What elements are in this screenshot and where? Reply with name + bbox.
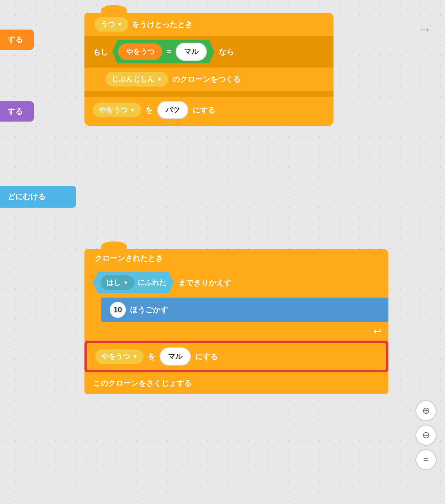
delete-clone-label: このクローンをさくじょする xyxy=(93,378,192,388)
move-block[interactable]: 10 ほうごかす xyxy=(101,298,388,322)
set-val-1: バツ xyxy=(157,101,188,119)
repeat-cond-label: にふれた xyxy=(138,278,166,287)
sidebar-block-orange-1[interactable]: する xyxy=(0,30,34,50)
hat-block-2[interactable]: クローンされたとき xyxy=(84,249,220,268)
sidebar-label-1: する xyxy=(8,35,23,44)
repeat-block: はし ▼ にふれた まできりかえす xyxy=(84,268,388,298)
bottom-block-group: クローンされたとき はし ▼ にふれた まできりかえす 10 ほうごかす ↩ xyxy=(84,249,401,394)
set-label-to-2: を xyxy=(148,352,155,362)
set-label-do-2: にする xyxy=(195,352,218,362)
repeat-dropdown[interactable]: はし ▼ xyxy=(100,275,134,290)
zoom-out-icon: ⊖ xyxy=(422,430,430,441)
set-label-do-1: にする xyxy=(193,105,215,115)
clone-block-row[interactable]: じぶんじしん ▼ のクローンをつくる xyxy=(84,68,334,91)
refresh-icon: ↩ xyxy=(373,325,382,337)
refresh-row: ↩ xyxy=(84,322,388,341)
clone-dropdown[interactable]: じぶんじしん ▼ xyxy=(106,72,168,87)
hex-condition: はし ▼ にふれた xyxy=(93,272,174,293)
zoom-controls: ⊕ ⊖ = xyxy=(415,400,437,470)
if-end-spacer xyxy=(84,91,334,97)
top-outer-wrap: うつ ▼ をうけとったとき もし やをうつ = マル なら じぶんじしん ▼ の… xyxy=(84,13,334,126)
sidebar-label-3: どにむける xyxy=(8,192,46,201)
if-label-2: なら xyxy=(219,47,234,57)
sidebar-block-blue[interactable]: どにむける xyxy=(0,186,76,208)
condition-var-1: やをうつ xyxy=(118,43,162,60)
repeat-dropdown-label: はし xyxy=(106,278,121,287)
set-dropdown-label-1: やをうつ xyxy=(99,105,128,115)
zoom-reset-button[interactable]: = xyxy=(415,449,437,470)
set-label-to-1: を xyxy=(145,105,153,115)
clone-dropdown-label: じぶんじしん xyxy=(111,74,155,84)
set-dropdown-arrow-1: ▼ xyxy=(130,107,135,113)
top-block-group: うつ ▼ をうけとったとき もし やをうつ = マル なら じぶんじしん ▼ の… xyxy=(84,13,334,126)
arrow-right-icon: → xyxy=(417,20,432,38)
zoom-out-button[interactable]: ⊖ xyxy=(415,425,437,446)
eq-sign-1: = xyxy=(166,47,171,57)
clone-label: のクローンをつくる xyxy=(172,74,241,84)
clone-dropdown-arrow: ▼ xyxy=(157,76,162,82)
hat-block-1[interactable]: うつ ▼ をうけとったとき xyxy=(84,13,203,36)
set-dropdown-label-2: やをうつ xyxy=(101,352,130,361)
zoom-equal-icon: = xyxy=(423,454,429,465)
condition-val-1: マル xyxy=(176,43,207,61)
set-val-2: マル xyxy=(160,347,191,366)
hat-dropdown-label-1: うつ xyxy=(100,19,115,29)
set-dropdown-1[interactable]: やをうつ ▼ xyxy=(93,103,141,117)
zoom-in-icon: ⊕ xyxy=(422,405,430,416)
delete-clone-block[interactable]: このクローンをさくじょする xyxy=(84,372,388,394)
hat-dropdown-arrow-1: ▼ xyxy=(117,22,122,27)
bottom-outer-wrap: クローンされたとき はし ▼ にふれた まできりかえす 10 ほうごかす ↩ xyxy=(84,249,388,394)
repeat-dropdown-arrow: ▼ xyxy=(123,280,128,286)
sidebar-block-purple[interactable]: する xyxy=(0,101,34,122)
condition-block-1: やをうつ = マル xyxy=(112,40,214,63)
highlighted-wrapper: やをうつ ▼ を マル にする xyxy=(84,341,388,372)
if-block-row: もし やをうつ = マル なら xyxy=(84,36,334,68)
hat-dropdown-1[interactable]: うつ ▼ xyxy=(95,17,128,32)
set-dropdown-2[interactable]: やをうつ ▼ xyxy=(95,349,144,364)
repeat-label: まできりかえす xyxy=(178,278,231,288)
hat-label-1: をうけとったとき xyxy=(132,19,193,30)
set-dropdown-arrow-2: ▼ xyxy=(133,354,138,360)
move-number[interactable]: 10 xyxy=(110,302,126,318)
sidebar-label-2: する xyxy=(8,107,23,116)
if-label-1: もし xyxy=(93,47,108,57)
set-var-highlighted: やをうつ ▼ を マル にする xyxy=(86,342,387,371)
move-label: ほうごかす xyxy=(130,305,168,315)
zoom-in-button[interactable]: ⊕ xyxy=(415,400,437,421)
set-var-block-1: やをうつ ▼ を バツ にする xyxy=(84,97,334,123)
hat-label-2: クローンされたとき xyxy=(95,253,163,263)
